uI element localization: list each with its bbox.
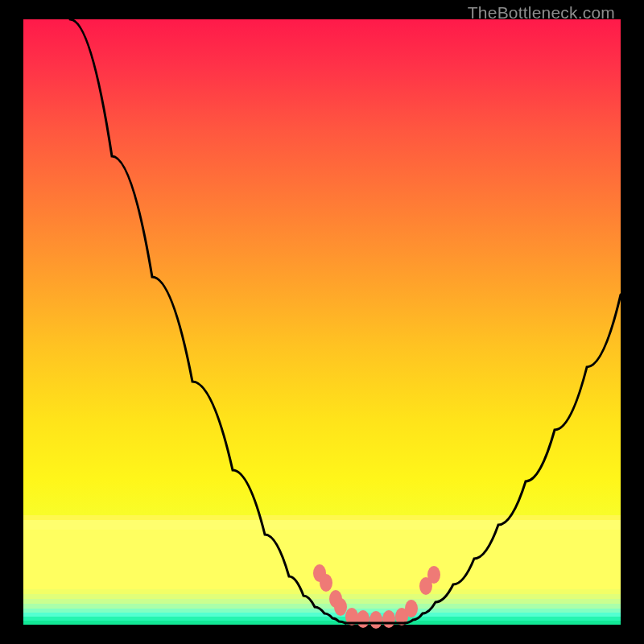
data-marker bbox=[357, 610, 369, 628]
data-marker bbox=[369, 611, 382, 629]
left-curve bbox=[70, 19, 345, 623]
bottleneck-curve-chart bbox=[23, 19, 621, 625]
data-marker bbox=[405, 600, 418, 617]
data-marker bbox=[382, 610, 395, 628]
data-marker bbox=[320, 574, 332, 592]
watermark-text: TheBottleneck.com bbox=[468, 3, 615, 23]
data-marker bbox=[334, 598, 347, 616]
data-marker bbox=[427, 566, 440, 584]
